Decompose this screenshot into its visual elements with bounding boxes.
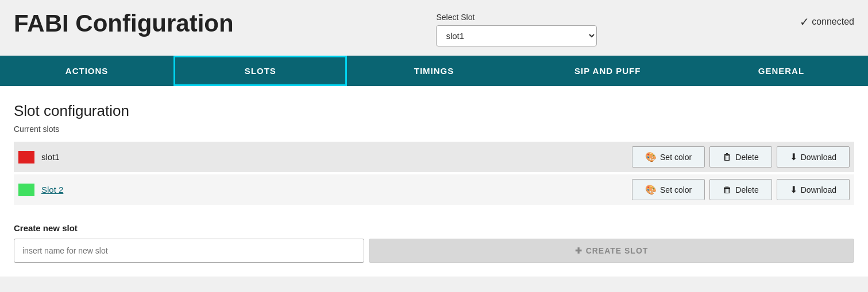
plus-icon: ✚	[575, 246, 582, 255]
slot-actions-2: 🎨 Set color 🗑 Delete ⬇ Download	[632, 179, 850, 200]
download-label-2: Download	[801, 185, 836, 194]
connected-label: connected	[812, 17, 854, 27]
slot-color-box-2	[18, 184, 34, 196]
section-title: Slot configuration	[14, 102, 854, 120]
palette-icon-2: 🎨	[645, 184, 657, 195]
slot-row-2: Slot 2 🎨 Set color 🗑 Delete ⬇ Download	[14, 174, 854, 205]
create-slot-label: Create new slot	[14, 223, 854, 233]
slot-color-box-1	[18, 151, 34, 163]
main-content: Slot configuration Current slots slot1 🎨…	[0, 86, 868, 277]
download-icon: ⬇	[790, 151, 797, 162]
current-slots-label: Current slots	[14, 124, 854, 134]
slot-name-2[interactable]: Slot 2	[41, 185, 632, 194]
slot-name-1: slot1	[41, 152, 632, 162]
set-color-label-2: Set color	[660, 185, 692, 194]
checkmark-icon: ✓	[800, 15, 809, 29]
app-title: FABI Configuration	[14, 10, 234, 37]
tab-timings[interactable]: TIMINGS	[347, 56, 520, 86]
slot-2-link[interactable]: Slot 2	[41, 185, 63, 194]
trash-icon: 🗑	[723, 152, 732, 162]
download-label-1: Download	[801, 153, 836, 162]
page-wrapper: FABI Configuration Select Slot slot1 Slo…	[0, 0, 868, 292]
set-color-label-1: Set color	[660, 153, 692, 162]
slot-selector-label: Select Slot	[436, 13, 474, 22]
slot-row: slot1 🎨 Set color 🗑 Delete ⬇ Download	[14, 142, 854, 172]
delete-button-2[interactable]: 🗑 Delete	[709, 179, 771, 200]
create-slot-button-label: CREATE SLOT	[586, 246, 649, 255]
slot-selector-area: Select Slot slot1 Slot 2	[436, 13, 597, 46]
set-color-button-1[interactable]: 🎨 Set color	[632, 146, 705, 168]
create-slot-row: ✚ CREATE SLOT	[14, 239, 854, 263]
connected-status: ✓ connected	[800, 15, 854, 29]
tab-slots[interactable]: SLOTS	[173, 56, 347, 86]
create-slot-button[interactable]: ✚ CREATE SLOT	[369, 239, 854, 263]
slot-select[interactable]: slot1 Slot 2	[436, 25, 597, 46]
create-slot-input[interactable]	[14, 239, 364, 263]
slot-actions-1: 🎨 Set color 🗑 Delete ⬇ Download	[632, 146, 850, 168]
tab-general[interactable]: GENERAL	[695, 56, 868, 86]
slots-list: slot1 🎨 Set color 🗑 Delete ⬇ Download	[14, 142, 854, 207]
delete-button-1[interactable]: 🗑 Delete	[709, 146, 771, 168]
download-button-1[interactable]: ⬇ Download	[777, 146, 850, 168]
tab-actions[interactable]: ACTIONS	[0, 56, 173, 86]
palette-icon: 🎨	[645, 151, 657, 162]
delete-label-2: Delete	[735, 185, 758, 194]
header: FABI Configuration Select Slot slot1 Slo…	[0, 0, 868, 46]
download-icon-2: ⬇	[790, 184, 797, 195]
tab-sip-and-puff[interactable]: SIP AND PUFF	[521, 56, 695, 86]
download-button-2[interactable]: ⬇ Download	[777, 179, 850, 200]
nav-tabs: ACTIONS SLOTS TIMINGS SIP AND PUFF GENER…	[0, 56, 868, 86]
set-color-button-2[interactable]: 🎨 Set color	[632, 179, 705, 200]
delete-label-1: Delete	[735, 153, 758, 162]
trash-icon-2: 🗑	[723, 185, 732, 195]
create-slot-section: Create new slot ✚ CREATE SLOT	[14, 223, 854, 263]
